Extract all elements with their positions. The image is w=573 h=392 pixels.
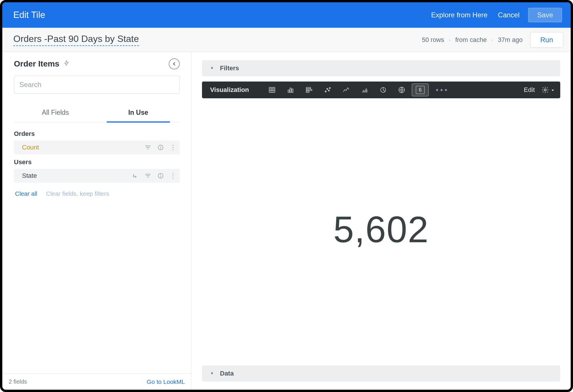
filter-icon[interactable] <box>144 144 152 151</box>
gear-icon[interactable] <box>541 86 549 94</box>
run-button[interactable]: Run <box>530 32 563 48</box>
area-chart-icon[interactable] <box>357 84 373 96</box>
svg-point-20 <box>329 88 330 89</box>
pie-chart-icon[interactable] <box>375 84 391 96</box>
svg-rect-15 <box>306 89 312 90</box>
viz-type-switcher: 6 ••• <box>263 84 449 96</box>
filters-panel: Filters <box>202 60 560 76</box>
top-bar: Edit Tile Explore from Here Cancel Save <box>2 2 571 28</box>
content-area: Filters Visualization <box>192 52 571 390</box>
field-count: 2 fields <box>9 378 27 385</box>
tab-in-use[interactable]: In Use <box>97 104 180 122</box>
svg-point-18 <box>327 88 328 90</box>
field-row[interactable]: State ⋮ <box>14 169 180 183</box>
more-viz-icon[interactable]: ••• <box>436 86 449 95</box>
explore-name: Order Items <box>14 59 59 69</box>
row-count: 50 rows <box>422 36 444 43</box>
caret-down-icon <box>551 86 554 94</box>
single-value-glyph: 6 <box>416 86 425 94</box>
go-to-lookml-link[interactable]: Go to LookML <box>147 378 185 385</box>
viz-edit-link[interactable]: Edit <box>524 86 535 94</box>
clear-all-link[interactable]: Clear all <box>15 190 37 197</box>
info-icon[interactable] <box>157 144 164 151</box>
field-name: Count <box>22 144 39 151</box>
pivot-icon[interactable] <box>131 172 139 180</box>
field-row[interactable]: Count ⋮ <box>14 140 180 154</box>
tile-title-input[interactable]: Orders -Past 90 Days by State <box>13 34 139 46</box>
kebab-icon[interactable]: ⋮ <box>170 172 177 179</box>
svg-point-2 <box>160 146 161 147</box>
data-panel-header[interactable]: Data <box>202 365 560 382</box>
svg-rect-6 <box>269 87 275 92</box>
collapse-sidebar-button[interactable] <box>169 58 180 69</box>
caret-right-icon <box>210 371 215 376</box>
lightning-icon <box>63 60 70 68</box>
svg-rect-14 <box>306 87 311 88</box>
main-area: Order Items All Fields In Use Orders <box>2 52 571 390</box>
single-value-display: 5,602 <box>333 208 429 251</box>
query-meta: 50 rows · from cache · 37m ago <box>422 36 523 44</box>
column-chart-icon[interactable] <box>282 84 299 96</box>
kebab-icon[interactable]: ⋮ <box>170 144 177 151</box>
caret-right-icon <box>210 66 215 71</box>
visualization-body: 5,602 <box>202 98 560 360</box>
filter-icon[interactable] <box>144 172 152 180</box>
cache-status: from cache <box>455 36 487 43</box>
sidebar-header: Order Items <box>14 58 180 69</box>
tab-all-fields[interactable]: All Fields <box>14 104 97 122</box>
svg-point-5 <box>160 174 161 175</box>
cancel-link[interactable]: Cancel <box>498 11 520 19</box>
group-label: Orders <box>14 130 180 138</box>
single-value-icon[interactable]: 6 <box>412 84 428 96</box>
data-label: Data <box>220 370 234 377</box>
svg-point-23 <box>544 89 546 91</box>
svg-point-19 <box>328 90 329 91</box>
modal-title: Edit Tile <box>13 10 45 20</box>
svg-rect-12 <box>290 88 291 93</box>
filters-panel-header[interactable]: Filters <box>202 60 560 76</box>
info-icon[interactable] <box>157 172 164 180</box>
save-button[interactable]: Save <box>528 8 562 22</box>
map-chart-icon[interactable] <box>394 84 410 96</box>
visualization-panel-header[interactable]: Visualization <box>202 82 560 98</box>
time-ago: 37m ago <box>498 36 523 43</box>
filters-label: Filters <box>220 64 239 72</box>
app-frame: Edit Tile Explore from Here Cancel Save … <box>0 0 573 392</box>
bar-chart-icon[interactable] <box>301 84 317 96</box>
visualization-label: Visualization <box>210 86 249 94</box>
explore-from-here-link[interactable]: Explore from Here <box>431 11 488 19</box>
svg-rect-16 <box>306 91 309 92</box>
clear-fields-keep-filters-link[interactable]: Clear fields, keep filters <box>46 190 109 197</box>
scatter-chart-icon[interactable] <box>319 84 336 96</box>
clear-actions: Clear all Clear fields, keep filters <box>14 190 180 197</box>
group-label: Users <box>14 158 180 166</box>
table-icon[interactable] <box>264 84 280 96</box>
svg-rect-11 <box>288 90 289 93</box>
sidebar-footer: 2 fields Go to LookML <box>2 373 191 390</box>
field-tabs: All Fields In Use <box>14 104 180 123</box>
field-name: State <box>22 172 37 180</box>
sub-bar: Orders -Past 90 Days by State 50 rows · … <box>2 28 571 52</box>
search-input[interactable] <box>14 76 180 94</box>
line-chart-icon[interactable] <box>338 84 354 96</box>
svg-point-17 <box>325 91 326 92</box>
field-picker-sidebar: Order Items All Fields In Use Orders <box>2 52 192 390</box>
data-panel: Data <box>202 365 560 382</box>
svg-rect-13 <box>292 89 293 93</box>
